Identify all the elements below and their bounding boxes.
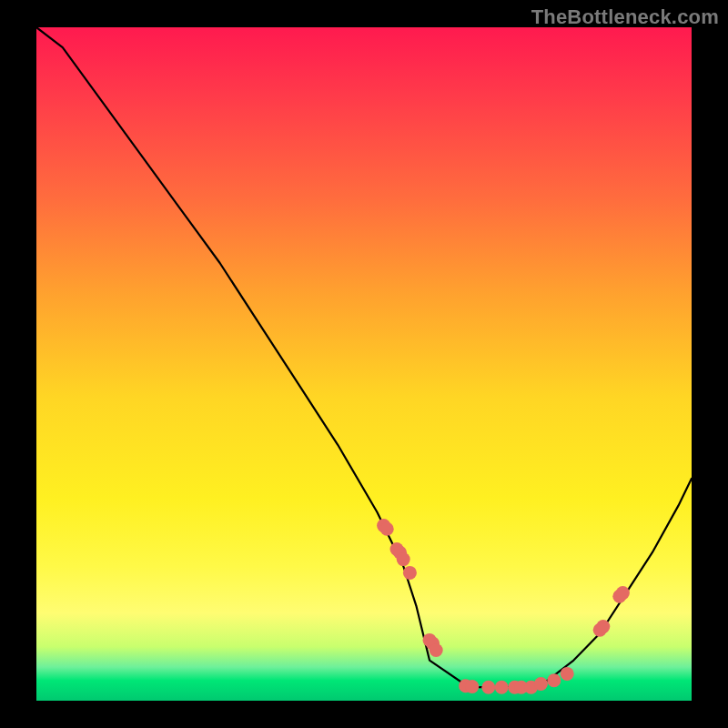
plot-area	[36, 27, 692, 701]
marker-point	[596, 620, 610, 633]
marker-point	[495, 681, 509, 694]
marker-point	[616, 586, 630, 600]
marker-point	[465, 680, 479, 693]
marker-point	[547, 673, 561, 687]
marker-points-group	[377, 519, 630, 694]
marker-point	[534, 677, 548, 691]
marker-point	[403, 566, 417, 580]
curve-line	[36, 27, 692, 687]
watermark-text: TheBottleneck.com	[531, 5, 719, 29]
marker-point	[430, 643, 443, 657]
marker-point	[397, 552, 410, 566]
marker-point	[481, 681, 495, 694]
chart-svg	[36, 27, 692, 701]
chart-root: TheBottleneck.com	[0, 0, 728, 728]
marker-point	[561, 667, 574, 681]
marker-point	[380, 522, 394, 536]
